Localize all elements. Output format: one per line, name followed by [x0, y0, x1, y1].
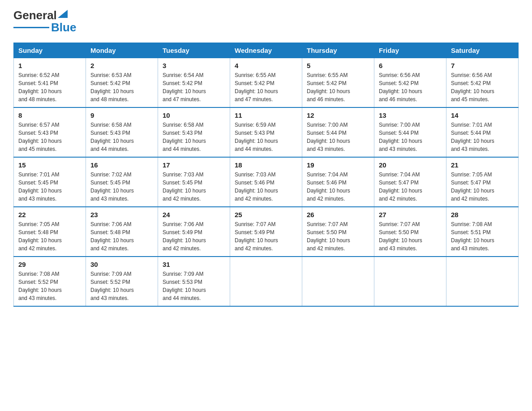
logo-text-blue: Blue [51, 21, 76, 34]
day-number: 26 [307, 211, 369, 218]
calendar-day-cell: 15 Sunrise: 7:01 AM Sunset: 5:45 PM Dayl… [14, 157, 86, 207]
day-info: Sunrise: 7:08 AM Sunset: 5:51 PM Dayligh… [451, 220, 514, 253]
calendar-day-cell: 23 Sunrise: 7:06 AM Sunset: 5:48 PM Dayl… [86, 207, 158, 257]
calendar-day-cell: 19 Sunrise: 7:04 AM Sunset: 5:46 PM Dayl… [302, 157, 374, 207]
calendar-week-row: 1 Sunrise: 6:52 AM Sunset: 5:41 PM Dayli… [14, 58, 519, 108]
day-info: Sunrise: 7:01 AM Sunset: 5:44 PM Dayligh… [451, 121, 514, 153]
day-info: Sunrise: 6:58 AM Sunset: 5:43 PM Dayligh… [163, 121, 225, 153]
weekday-header-saturday: Saturday [446, 43, 519, 58]
calendar-day-cell: 7 Sunrise: 6:56 AM Sunset: 5:42 PM Dayli… [446, 58, 519, 108]
calendar-day-cell: 4 Sunrise: 6:55 AM Sunset: 5:42 PM Dayli… [230, 58, 302, 108]
day-info: Sunrise: 7:07 AM Sunset: 5:50 PM Dayligh… [307, 220, 369, 253]
day-info: Sunrise: 6:52 AM Sunset: 5:41 PM Dayligh… [18, 71, 81, 103]
weekday-header-wednesday: Wednesday [230, 43, 302, 58]
calendar-day-cell: 5 Sunrise: 6:55 AM Sunset: 5:42 PM Dayli… [302, 58, 374, 108]
day-number: 13 [379, 111, 442, 119]
day-info: Sunrise: 7:07 AM Sunset: 5:50 PM Dayligh… [379, 220, 442, 253]
logo-triangle-icon [58, 10, 68, 18]
day-info: Sunrise: 7:07 AM Sunset: 5:49 PM Dayligh… [235, 220, 297, 253]
calendar-day-cell: 25 Sunrise: 7:07 AM Sunset: 5:49 PM Dayl… [230, 207, 302, 257]
calendar-day-cell: 27 Sunrise: 7:07 AM Sunset: 5:50 PM Dayl… [374, 207, 446, 257]
day-number: 19 [307, 161, 369, 169]
day-info: Sunrise: 6:58 AM Sunset: 5:43 PM Dayligh… [90, 121, 153, 153]
day-info: Sunrise: 7:00 AM Sunset: 5:44 PM Dayligh… [307, 121, 369, 153]
day-number: 6 [379, 62, 442, 69]
day-number: 23 [90, 211, 153, 218]
day-info: Sunrise: 6:54 AM Sunset: 5:42 PM Dayligh… [163, 71, 225, 103]
day-number: 27 [379, 211, 442, 218]
calendar-day-cell: 26 Sunrise: 7:07 AM Sunset: 5:50 PM Dayl… [302, 207, 374, 257]
calendar-week-row: 22 Sunrise: 7:05 AM Sunset: 5:48 PM Dayl… [14, 207, 519, 257]
calendar-week-row: 29 Sunrise: 7:08 AM Sunset: 5:52 PM Dayl… [14, 257, 519, 306]
day-info: Sunrise: 7:04 AM Sunset: 5:46 PM Dayligh… [307, 171, 369, 203]
day-info: Sunrise: 7:09 AM Sunset: 5:53 PM Dayligh… [163, 270, 225, 302]
logo-line [13, 27, 49, 28]
calendar-day-cell: 6 Sunrise: 6:56 AM Sunset: 5:42 PM Dayli… [374, 58, 446, 108]
day-info: Sunrise: 7:03 AM Sunset: 5:46 PM Dayligh… [235, 171, 297, 203]
day-info: Sunrise: 7:01 AM Sunset: 5:45 PM Dayligh… [18, 171, 81, 203]
calendar-table: SundayMondayTuesdayWednesdayThursdayFrid… [13, 43, 519, 307]
weekday-header-row: SundayMondayTuesdayWednesdayThursdayFrid… [14, 43, 519, 58]
calendar-day-cell: 14 Sunrise: 7:01 AM Sunset: 5:44 PM Dayl… [446, 107, 519, 157]
day-number: 21 [451, 161, 514, 169]
calendar-day-cell: 31 Sunrise: 7:09 AM Sunset: 5:53 PM Dayl… [158, 257, 230, 306]
empty-day-cell [230, 257, 302, 306]
weekday-header-thursday: Thursday [302, 43, 374, 58]
calendar-day-cell: 24 Sunrise: 7:06 AM Sunset: 5:49 PM Dayl… [158, 207, 230, 257]
calendar-day-cell: 21 Sunrise: 7:05 AM Sunset: 5:47 PM Dayl… [446, 157, 519, 207]
calendar-day-cell: 18 Sunrise: 7:03 AM Sunset: 5:46 PM Dayl… [230, 157, 302, 207]
day-number: 7 [451, 62, 514, 69]
day-number: 12 [307, 111, 369, 119]
calendar-day-cell: 12 Sunrise: 7:00 AM Sunset: 5:44 PM Dayl… [302, 107, 374, 157]
day-number: 2 [90, 62, 153, 69]
day-number: 3 [163, 62, 225, 69]
day-info: Sunrise: 6:59 AM Sunset: 5:43 PM Dayligh… [235, 121, 297, 153]
day-number: 17 [163, 161, 225, 169]
day-number: 8 [18, 111, 81, 119]
day-info: Sunrise: 7:05 AM Sunset: 5:47 PM Dayligh… [451, 171, 514, 203]
calendar-day-cell: 28 Sunrise: 7:08 AM Sunset: 5:51 PM Dayl… [446, 207, 519, 257]
logo-text-general: General [13, 9, 57, 22]
calendar-day-cell: 11 Sunrise: 6:59 AM Sunset: 5:43 PM Dayl… [230, 107, 302, 157]
weekday-header-tuesday: Tuesday [158, 43, 230, 58]
calendar-day-cell: 17 Sunrise: 7:03 AM Sunset: 5:45 PM Dayl… [158, 157, 230, 207]
calendar-day-cell: 22 Sunrise: 7:05 AM Sunset: 5:48 PM Dayl… [14, 207, 86, 257]
day-number: 14 [451, 111, 514, 119]
calendar-day-cell: 2 Sunrise: 6:53 AM Sunset: 5:42 PM Dayli… [86, 58, 158, 108]
day-number: 31 [163, 261, 225, 268]
day-number: 16 [90, 161, 153, 169]
svg-marker-0 [58, 10, 68, 18]
logo: General Blue [13, 9, 76, 34]
empty-day-cell [302, 257, 374, 306]
day-info: Sunrise: 7:06 AM Sunset: 5:49 PM Dayligh… [163, 220, 225, 253]
day-info: Sunrise: 7:06 AM Sunset: 5:48 PM Dayligh… [90, 220, 153, 253]
day-number: 4 [235, 62, 297, 69]
calendar-day-cell: 29 Sunrise: 7:08 AM Sunset: 5:52 PM Dayl… [14, 257, 86, 306]
day-number: 11 [235, 111, 297, 119]
calendar-day-cell: 3 Sunrise: 6:54 AM Sunset: 5:42 PM Dayli… [158, 58, 230, 108]
day-number: 18 [235, 161, 297, 169]
day-number: 10 [163, 111, 225, 119]
empty-day-cell [374, 257, 446, 306]
calendar-day-cell: 10 Sunrise: 6:58 AM Sunset: 5:43 PM Dayl… [158, 107, 230, 157]
day-number: 30 [90, 261, 153, 268]
weekday-header-monday: Monday [86, 43, 158, 58]
weekday-header-friday: Friday [374, 43, 446, 58]
calendar-week-row: 8 Sunrise: 6:57 AM Sunset: 5:43 PM Dayli… [14, 107, 519, 157]
day-info: Sunrise: 7:04 AM Sunset: 5:47 PM Dayligh… [379, 171, 442, 203]
day-number: 22 [18, 211, 81, 218]
day-number: 29 [18, 261, 81, 268]
day-number: 9 [90, 111, 153, 119]
day-info: Sunrise: 6:56 AM Sunset: 5:42 PM Dayligh… [451, 71, 514, 103]
day-info: Sunrise: 6:57 AM Sunset: 5:43 PM Dayligh… [18, 121, 81, 153]
calendar-day-cell: 13 Sunrise: 7:00 AM Sunset: 5:44 PM Dayl… [374, 107, 446, 157]
day-info: Sunrise: 7:00 AM Sunset: 5:44 PM Dayligh… [379, 121, 442, 153]
calendar-week-row: 15 Sunrise: 7:01 AM Sunset: 5:45 PM Dayl… [14, 157, 519, 207]
day-info: Sunrise: 7:09 AM Sunset: 5:52 PM Dayligh… [90, 270, 153, 302]
calendar-day-cell: 20 Sunrise: 7:04 AM Sunset: 5:47 PM Dayl… [374, 157, 446, 207]
page-header: General Blue [13, 9, 519, 34]
day-number: 20 [379, 161, 442, 169]
calendar-day-cell: 8 Sunrise: 6:57 AM Sunset: 5:43 PM Dayli… [14, 107, 86, 157]
calendar-day-cell: 9 Sunrise: 6:58 AM Sunset: 5:43 PM Dayli… [86, 107, 158, 157]
day-number: 24 [163, 211, 225, 218]
